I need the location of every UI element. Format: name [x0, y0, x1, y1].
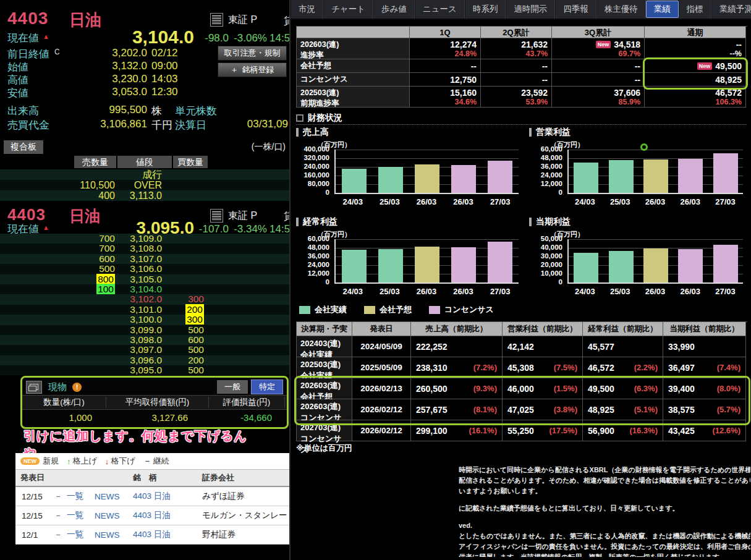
news-link[interactable]: NEWS: [95, 530, 133, 540]
chart-title: 営業利益: [529, 127, 747, 137]
results-col-header: 決算期・予実: [297, 322, 352, 336]
y-tick-label: 10,000: [541, 269, 562, 277]
results-col-header: 営業利益（前期比）: [503, 322, 583, 336]
quarterly-value-cell: --: [481, 59, 552, 73]
tab-市況[interactable]: 市況: [291, 0, 323, 19]
volume-value: 995,500: [67, 104, 147, 116]
volume-row: 出来高 995,500 株 単元株数: [7, 104, 289, 117]
book1-row[interactable]: 成行: [0, 169, 289, 180]
tab-ニュース[interactable]: ニュース: [415, 0, 465, 19]
trade-caution-button[interactable]: 取引注意・規制: [218, 46, 287, 61]
dotted-divider: [296, 124, 747, 125]
book2-row[interactable]: 7003,109.0: [0, 234, 289, 244]
trading-app-screen: 4403 日油 東証 P 貸 現在値▲ 3,104.0 -98.0 -3.06%…: [0, 0, 751, 560]
sell-qty: 800: [73, 274, 115, 284]
results-label-line1: 202603(連): [300, 380, 348, 391]
list-link[interactable]: 一覧: [67, 529, 95, 540]
quarterly-value-cell: New49,500: [645, 59, 746, 73]
results-value-cell: 238,310(7.2%): [411, 357, 503, 378]
quarterly-col-header: [297, 27, 410, 38]
stock-link[interactable]: 4403 日油: [133, 491, 202, 502]
chart-operating-profit: 営業利益（百万円）60,00048,00036,00024,00012,0000…: [529, 127, 747, 214]
composite-board-tab[interactable]: 複合板: [4, 140, 43, 154]
legend-label: 会社予想: [380, 304, 412, 315]
results-label-line1: 202503(連): [300, 359, 348, 370]
list-link[interactable]: 一覧: [67, 510, 95, 521]
chart-title: 売上高: [296, 127, 522, 137]
title-bar-icon: [296, 128, 299, 137]
book2-row[interactable]: 1003,104.0: [0, 284, 289, 294]
quarterly-percent: 24.8%: [414, 49, 477, 58]
results-value: 260,500: [416, 384, 448, 394]
price-level: 3,100.0: [117, 315, 162, 325]
price-level: 3,109.0: [117, 234, 162, 244]
sell-qty: 700: [73, 244, 115, 253]
tab-チャート[interactable]: チャート: [323, 0, 373, 19]
book2-row[interactable]: 3,101.0200: [0, 305, 289, 315]
book2-row[interactable]: 3,097.0500: [0, 345, 289, 355]
account-specific-button[interactable]: 特定: [251, 380, 283, 394]
tab-四季報[interactable]: 四季報: [555, 0, 596, 19]
news-link[interactable]: NEWS: [95, 492, 133, 501]
quarterly-value: --: [648, 40, 742, 49]
quarterly-percent: --%: [648, 49, 742, 58]
cash-position-box: 現物 ! 一般 特定 数量(株/口) 平均取得価額(円) 評価損益(円) 1,0…: [20, 376, 289, 429]
book-header-sell: 売数量: [74, 156, 116, 168]
quarterly-percent: 106.3%: [648, 98, 742, 106]
news-link[interactable]: NEWS: [95, 511, 133, 520]
stock-link[interactable]: 4403 日油: [133, 529, 202, 540]
disclaimer-line: 供者に帰属します。当該掲載情報の転用、複製、販売等の一切を固く禁じております。: [459, 553, 750, 557]
quarterly-value: --: [414, 61, 477, 71]
period-label-line1: 202603(連): [300, 40, 405, 50]
tab-歩み値[interactable]: 歩み値: [373, 0, 415, 19]
book2-row[interactable]: 3,100.0300: [0, 315, 289, 325]
results-col-header: 当期利益（前期比）: [663, 322, 746, 336]
tab-株主優待[interactable]: 株主優待: [596, 0, 646, 19]
quarterly-value: --: [556, 61, 640, 71]
book2-row[interactable]: 3,102.0300: [0, 294, 289, 304]
x-tick-label: 27/03: [712, 197, 739, 206]
book2-row[interactable]: 3,095.0500: [0, 365, 289, 375]
bar-26/03: [415, 164, 439, 193]
results-value-cell: 42,142: [503, 336, 583, 357]
account-general-button[interactable]: 一般: [217, 380, 248, 394]
bar-25/03: [609, 160, 634, 193]
chart-title: 当期利益: [529, 217, 747, 227]
tab-適時開示[interactable]: 適時開示: [506, 0, 555, 19]
tab-指標[interactable]: 指標: [679, 0, 711, 19]
book1-row[interactable]: 4003,113.0: [0, 190, 289, 201]
bar-26/03: [678, 249, 703, 282]
tab-時系列[interactable]: 時系列: [465, 0, 506, 19]
bar-25/03: [378, 167, 403, 193]
sell-qty-value: 800: [96, 274, 115, 284]
book2-row[interactable]: 3,098.0600: [0, 335, 289, 345]
quarterly-value-cell: 48,925: [645, 73, 746, 87]
book2-row[interactable]: 8003,105.0: [0, 274, 289, 284]
position-row: 1,000 3,127.66 -34,660: [22, 410, 287, 425]
list-link[interactable]: 一覧: [67, 491, 95, 502]
book2-row[interactable]: 6003,107.0: [0, 254, 289, 264]
sell-qty-value: 700: [99, 234, 115, 244]
quarterly-percent: 34.6%: [414, 98, 477, 106]
buy-qty: 200: [172, 355, 204, 365]
green-ring-marker: [640, 143, 648, 151]
book2-row[interactable]: 3,096.0200: [0, 355, 289, 365]
book2-row[interactable]: 7003,108.0: [0, 244, 289, 253]
quarterly-value: --: [556, 75, 640, 85]
tab-業績予測[interactable]: 業績予測: [711, 0, 751, 19]
quarterly-value: 12,274: [414, 40, 477, 49]
book2-row[interactable]: 5003,106.0: [0, 264, 289, 274]
position-title: 現物: [48, 381, 67, 393]
stock-link[interactable]: 4403 日油: [133, 510, 202, 521]
popup-window-button[interactable]: [26, 381, 42, 394]
sell-qty-value: 700: [99, 243, 115, 253]
book2-row[interactable]: 3,099.0500: [0, 325, 289, 335]
book1-row[interactable]: 110,500OVER: [0, 180, 289, 190]
buy-qty-value: 300: [188, 294, 204, 304]
results-period-label: 202603(連)会社予想New: [297, 378, 352, 399]
register-stock-button[interactable]: ＋ 銘柄登録: [218, 62, 287, 77]
tab-業績[interactable]: 業績: [646, 1, 679, 18]
buy-qty-value: 500: [188, 365, 204, 375]
results-percent: (7.4%): [717, 363, 740, 372]
chart-sales: 売上高（百万円）400,000320,000240,000160,00080,0…: [296, 127, 522, 214]
